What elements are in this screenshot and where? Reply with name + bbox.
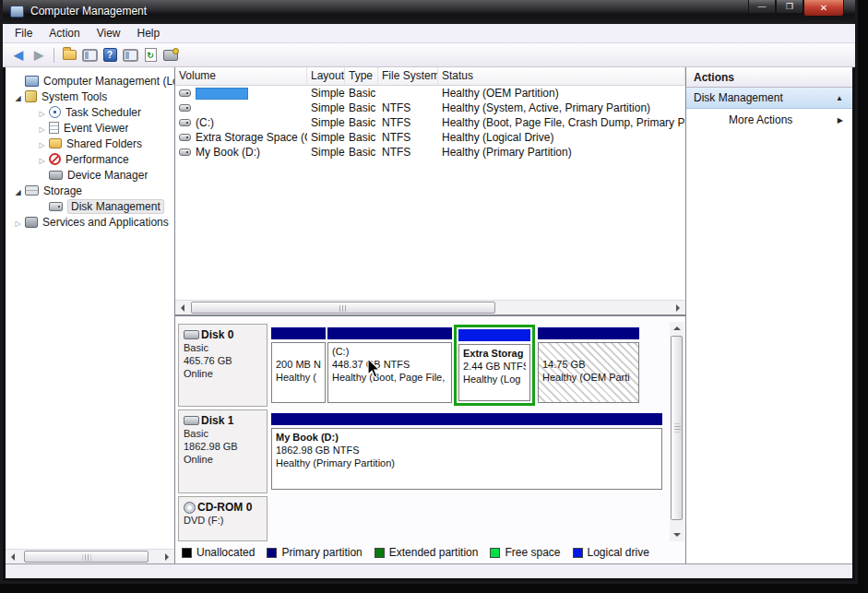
volume-list-pane: Volume Layout Type File System Status Si… <box>175 67 685 316</box>
tree-item-performance[interactable]: Performance <box>6 151 174 167</box>
column-header-file-system[interactable]: File System <box>378 67 438 85</box>
tree-item-system-tools[interactable]: System Tools <box>6 89 174 104</box>
menubar: File Action View Help <box>3 24 855 43</box>
menu-help[interactable]: Help <box>129 25 169 42</box>
partition-extra-storage-selected[interactable]: Extra Storag 2.44 GB NTFS Healthy (Log <box>454 325 535 406</box>
selected-volume-highlight <box>196 88 248 100</box>
table-row[interactable]: Extra Storage Space (Q:) Simple Basic NT… <box>175 130 685 145</box>
window-controls: — ❐ ✕ <box>748 0 844 17</box>
collapse-arrow-icon[interactable] <box>37 106 47 119</box>
disk0-label[interactable]: Disk 0 Basic 465.76 GB Online <box>178 324 268 407</box>
main-area: Computer Management (Local System Tools … <box>6 67 852 563</box>
more-actions-item[interactable]: More Actions ▶ <box>686 109 852 131</box>
show-hide-console-tree-icon[interactable] <box>80 46 99 64</box>
tree-item-computer-management[interactable]: Computer Management (Local <box>6 73 174 89</box>
menu-view[interactable]: View <box>89 25 129 42</box>
tree-horizontal-scrollbar[interactable] <box>6 549 174 563</box>
console-tree-pane: Computer Management (Local System Tools … <box>6 67 175 563</box>
cdrom-label[interactable]: CD-ROM 0 DVD (F:) <box>178 496 268 541</box>
disk-graphical-pane: Disk 0 Basic 465.76 GB Online 200 MB N <box>175 316 685 563</box>
refresh-icon[interactable]: ↻ <box>141 46 160 64</box>
menu-action[interactable]: Action <box>41 25 88 42</box>
properties-pane-icon[interactable] <box>121 46 139 64</box>
collapse-arrow-icon[interactable] <box>13 216 23 229</box>
computer-icon <box>25 76 39 87</box>
forward-icon[interactable]: ▶ <box>30 46 48 64</box>
event-viewer-icon <box>49 122 59 134</box>
column-header-status[interactable]: Status <box>438 67 685 85</box>
collapse-arrow-icon[interactable] <box>37 122 47 135</box>
maximize-button[interactable]: ❐ <box>776 0 803 14</box>
scroll-left-icon[interactable] <box>6 551 20 563</box>
computer-management-window: Computer Management — ❐ ✕ File Action Vi… <box>0 0 858 584</box>
table-row[interactable]: Simple Basic Healthy (OEM Partition) <box>175 86 685 101</box>
tree-item-storage[interactable]: Storage <box>6 183 174 198</box>
primary-partition-color-swatch <box>267 548 277 558</box>
console-tree: Computer Management (Local System Tools … <box>6 67 174 230</box>
scrollbar-thumb[interactable] <box>24 551 149 563</box>
legend-free-space: Free space <box>490 546 560 559</box>
up-folder-icon[interactable] <box>60 46 78 64</box>
scroll-down-icon[interactable] <box>670 528 684 541</box>
table-row[interactable]: My Book (D:) Simple Basic NTFS Healthy (… <box>175 145 685 160</box>
close-button[interactable]: ✕ <box>803 0 844 17</box>
toolbar: ◀ ▶ ? ↻ <box>3 43 855 67</box>
help-icon[interactable]: ? <box>101 46 119 64</box>
actions-group-disk-management[interactable]: Disk Management ▲ <box>686 88 852 109</box>
collapse-arrow-icon[interactable] <box>37 153 47 166</box>
partition-oem[interactable]: 14.75 GB Healthy (OEM Parti <box>538 327 639 403</box>
tree-item-event-viewer[interactable]: Event Viewer <box>6 120 174 136</box>
actions-pane: Actions Disk Management ▲ More Actions ▶ <box>685 67 852 563</box>
rescan-disks-icon[interactable] <box>161 46 180 64</box>
volume-list-horizontal-scrollbar[interactable] <box>175 300 685 314</box>
collapse-arrow-icon[interactable]: ▲ <box>836 94 843 102</box>
toolbar-separator <box>54 48 54 63</box>
tree-item-task-scheduler[interactable]: Task Scheduler <box>6 104 174 120</box>
scroll-left-icon[interactable] <box>175 302 190 314</box>
minimize-button[interactable]: — <box>748 0 776 14</box>
logical-drive-bar <box>458 329 530 341</box>
partition-legend: Unallocated Primary partition Extended p… <box>177 543 667 562</box>
disk-pane-vertical-scrollbar[interactable] <box>670 322 684 541</box>
column-header-type[interactable]: Type <box>345 67 378 85</box>
expand-arrow-icon[interactable] <box>13 184 23 197</box>
disk1-label[interactable]: Disk 1 Basic 1862.98 GB Online <box>178 409 268 493</box>
center-pane: Volume Layout Type File System Status Si… <box>175 67 685 563</box>
scrollbar-thumb[interactable] <box>191 302 495 314</box>
partition-system[interactable]: 200 MB N Healthy ( <box>271 327 326 403</box>
disk1-partitions: My Book (D:) 1862.98 GB NTFS Healthy (Pr… <box>269 409 665 493</box>
performance-icon <box>49 153 61 165</box>
scroll-right-icon[interactable] <box>160 551 174 563</box>
window-title: Computer Management <box>30 5 147 18</box>
column-header-layout[interactable]: Layout <box>307 67 345 85</box>
tree-item-shared-folders[interactable]: Shared Folders <box>6 136 174 151</box>
legend-unallocated: Unallocated <box>182 546 255 559</box>
system-tools-icon <box>25 90 37 102</box>
titlebar[interactable]: Computer Management — ❐ ✕ <box>3 0 855 24</box>
tree-item-services-and-applications[interactable]: Services and Applications <box>6 214 174 230</box>
tree-item-disk-management[interactable]: Disk Management <box>6 198 174 214</box>
partition-my-book[interactable]: My Book (D:) 1862.98 GB NTFS Healthy (Pr… <box>271 413 662 490</box>
tree-item-device-manager[interactable]: Device Manager <box>6 167 174 183</box>
disk1-row: Disk 1 Basic 1862.98 GB Online My Book (… <box>177 409 667 495</box>
column-header-volume[interactable]: Volume <box>175 67 307 85</box>
cdrom-row: CD-ROM 0 DVD (F:) <box>177 495 667 543</box>
unallocated-color-swatch <box>182 548 192 558</box>
menu-file[interactable]: File <box>6 25 41 42</box>
scroll-up-icon[interactable] <box>670 322 684 335</box>
disk-management-icon <box>49 202 63 211</box>
expand-arrow-icon[interactable] <box>13 90 23 103</box>
primary-partition-bar <box>271 327 326 339</box>
partition-c-drive[interactable]: (C:) 448.37 GB NTFS Healthy (Boot, Page … <box>327 327 452 403</box>
disk-icon <box>184 330 199 339</box>
scrollbar-thumb[interactable] <box>671 336 683 520</box>
table-row[interactable]: Simple Basic NTFS Healthy (System, Activ… <box>175 101 685 115</box>
table-row[interactable]: (C:) Simple Basic NTFS Healthy (Boot, Pa… <box>175 115 685 130</box>
volume-icon <box>179 104 191 112</box>
volume-icon <box>179 119 191 126</box>
collapse-arrow-icon[interactable] <box>37 137 47 150</box>
actions-header: Actions <box>686 67 852 88</box>
app-icon <box>10 6 24 18</box>
back-icon[interactable]: ◀ <box>9 46 28 64</box>
scroll-right-icon[interactable] <box>671 302 685 314</box>
